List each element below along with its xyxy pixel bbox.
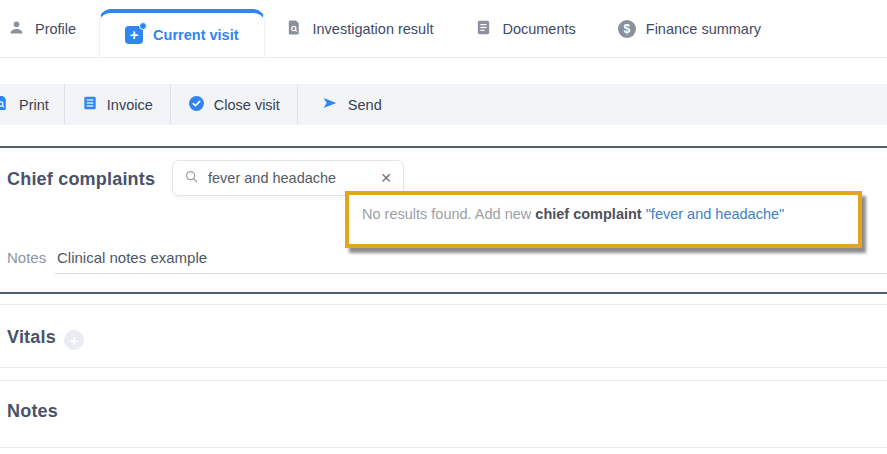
tab-documents[interactable]: Documents: [454, 0, 596, 57]
card-border: [0, 447, 887, 448]
send-icon: [321, 95, 339, 114]
tab-investigation-result-label: Investigation result: [313, 21, 434, 37]
plus-square-icon: +: [125, 26, 143, 44]
document-lines-icon: [475, 19, 492, 39]
close-visit-button-label: Close visit: [214, 97, 280, 113]
dollar-circle-icon: $: [618, 20, 636, 38]
tab-finance-summary[interactable]: $ Finance summary: [597, 0, 782, 57]
document-search-icon: [286, 19, 303, 39]
add-new-query-link[interactable]: "fever and headache": [646, 206, 784, 222]
tab-profile[interactable]: Profile: [0, 0, 99, 57]
notes-field-label: Notes: [7, 249, 46, 266]
section-divider: [0, 292, 887, 294]
tab-finance-summary-label: Finance summary: [646, 21, 761, 37]
visit-toolbar: Print Invoice Close visit Send: [0, 84, 887, 125]
invoice-button[interactable]: Invoice: [65, 84, 171, 125]
search-icon: [184, 169, 199, 188]
person-icon: [8, 19, 25, 39]
card-border: [0, 380, 887, 381]
notes-field-underline: [55, 273, 887, 274]
check-circle-icon: [188, 95, 205, 115]
notes-field-value[interactable]: Clinical notes example: [57, 249, 207, 266]
chief-complaints-title: Chief complaints: [7, 169, 155, 190]
section-divider: [0, 146, 887, 148]
tab-documents-label: Documents: [502, 21, 575, 37]
notification-dot: [139, 22, 147, 30]
search-suggestion-dropdown[interactable]: No results found. Add new chief complain…: [345, 191, 862, 248]
send-button[interactable]: Send: [298, 84, 405, 125]
invoice-icon: [82, 95, 98, 114]
tab-bar: Profile + Current visit Investigation re…: [0, 0, 887, 58]
close-visit-button[interactable]: Close visit: [171, 84, 298, 125]
print-icon: [0, 94, 10, 115]
add-new-entity-text: chief complaint: [535, 206, 641, 222]
notes-section-title: Notes: [7, 401, 58, 422]
print-button-label: Print: [19, 97, 49, 113]
tab-current-visit[interactable]: + Current visit: [99, 9, 264, 57]
card-border: [0, 304, 887, 305]
print-button[interactable]: Print: [0, 84, 65, 125]
dollar-glyph: $: [623, 22, 630, 36]
tab-profile-label: Profile: [35, 21, 76, 37]
vitals-title: Vitals: [7, 327, 56, 348]
close-icon[interactable]: ✕: [380, 171, 392, 185]
no-results-text: No results found. Add new: [362, 206, 535, 222]
search-input[interactable]: [208, 170, 376, 186]
send-button-label: Send: [348, 97, 382, 113]
tab-investigation-result[interactable]: Investigation result: [265, 0, 455, 57]
tab-current-visit-label: Current visit: [153, 27, 238, 43]
add-vitals-button[interactable]: +: [64, 330, 84, 350]
card-border: [0, 367, 887, 368]
invoice-button-label: Invoice: [107, 97, 153, 113]
plus-glyph: +: [130, 27, 139, 42]
